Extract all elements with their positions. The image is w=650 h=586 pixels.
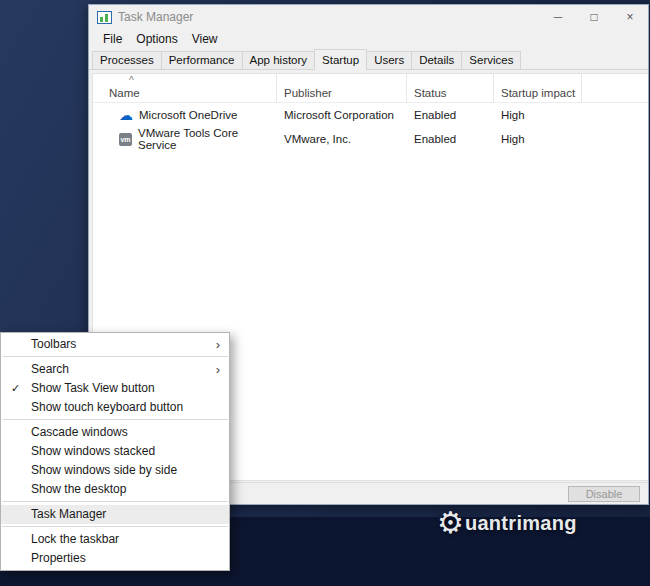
- name-cell: vm VMware Tools Core Service: [93, 127, 277, 151]
- table-row-vmware[interactable]: vm VMware Tools Core Service VMware, Inc…: [93, 127, 648, 151]
- column-header-publisher[interactable]: Publisher: [277, 74, 407, 102]
- column-header-row: ^ Name Publisher Status Startup impact: [93, 74, 648, 103]
- check-icon: ✓: [11, 379, 20, 398]
- gear-logo-icon: ⚙: [437, 508, 464, 538]
- maximize-button[interactable]: □: [576, 5, 612, 29]
- table-row-onedrive[interactable]: ☁ Microsoft OneDrive Microsoft Corporati…: [93, 103, 648, 127]
- menu-separator: [2, 501, 228, 502]
- name-cell: ☁ Microsoft OneDrive: [93, 108, 277, 122]
- watermark-text: uantrimang: [465, 512, 577, 535]
- menu-options[interactable]: Options: [129, 32, 184, 46]
- sort-ascending-icon: ^: [129, 75, 134, 86]
- menu-bar: File Options View: [89, 29, 648, 48]
- title-bar[interactable]: Task Manager ─ □ ×: [89, 5, 648, 29]
- impact-cell: High: [494, 133, 582, 145]
- menu-view[interactable]: View: [185, 32, 225, 46]
- menu-item-cascade-windows[interactable]: Cascade windows: [1, 423, 229, 442]
- tab-strip: Processes Performance App history Startu…: [89, 48, 648, 70]
- publisher-cell: VMware, Inc.: [277, 133, 407, 145]
- menu-separator: [2, 419, 228, 420]
- menu-item-lock-the-taskbar[interactable]: Lock the taskbar: [1, 530, 229, 549]
- column-header-name[interactable]: ^ Name: [93, 74, 277, 102]
- tab-app-history[interactable]: App history: [242, 51, 316, 69]
- status-cell: Enabled: [407, 109, 494, 121]
- menu-item-show-windows-stacked[interactable]: Show windows stacked: [1, 442, 229, 461]
- menu-item-show-windows-side-by-side[interactable]: Show windows side by side: [1, 461, 229, 480]
- menu-item-properties[interactable]: Properties: [1, 549, 229, 568]
- desktop: Task Manager ─ □ × File Options View Pro…: [0, 0, 650, 586]
- disable-button[interactable]: Disable: [568, 486, 640, 502]
- tab-details[interactable]: Details: [411, 51, 462, 69]
- tab-performance[interactable]: Performance: [161, 51, 243, 69]
- menu-separator: [2, 356, 228, 357]
- onedrive-cloud-icon: ☁: [119, 108, 133, 122]
- vmware-icon: vm: [119, 133, 132, 146]
- task-manager-icon: [97, 11, 112, 24]
- menu-item-task-manager[interactable]: Task Manager: [1, 505, 229, 524]
- tab-users[interactable]: Users: [366, 51, 412, 69]
- menu-item-show-task-view-button[interactable]: ✓ Show Task View button: [1, 379, 229, 398]
- menu-separator: [2, 526, 228, 527]
- taskbar-context-menu: Toolbars › Search › ✓ Show Task View but…: [0, 332, 230, 571]
- column-header-status[interactable]: Status: [407, 74, 494, 102]
- menu-file[interactable]: File: [96, 32, 129, 46]
- impact-cell: High: [494, 109, 582, 121]
- tab-services[interactable]: Services: [461, 51, 521, 69]
- menu-item-show-the-desktop[interactable]: Show the desktop: [1, 480, 229, 499]
- minimize-button[interactable]: ─: [540, 5, 576, 29]
- tab-processes[interactable]: Processes: [92, 51, 162, 69]
- menu-item-search[interactable]: Search ›: [1, 360, 229, 379]
- close-button[interactable]: ×: [612, 5, 648, 29]
- window-title: Task Manager: [118, 10, 193, 24]
- column-header-filler: [582, 74, 648, 102]
- submenu-arrow-icon: ›: [216, 335, 220, 354]
- status-cell: Enabled: [407, 133, 494, 145]
- submenu-arrow-icon: ›: [216, 360, 220, 379]
- menu-item-show-touch-keyboard-button[interactable]: Show touch keyboard button: [1, 398, 229, 417]
- menu-item-toolbars[interactable]: Toolbars ›: [1, 335, 229, 354]
- tab-startup[interactable]: Startup: [314, 49, 367, 70]
- quantrimang-watermark: ⚙ uantrimang: [437, 508, 577, 538]
- publisher-cell: Microsoft Corporation: [277, 109, 407, 121]
- column-header-startup-impact[interactable]: Startup impact: [494, 74, 582, 102]
